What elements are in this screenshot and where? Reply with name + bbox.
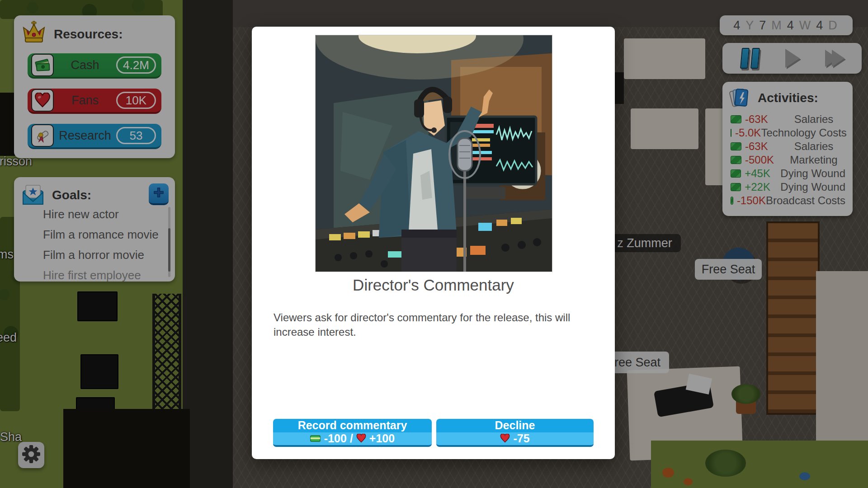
game-screen: rrisson ms eed Sha z Zummer Free Seat re… (0, 0, 868, 488)
dialog-description: Viewers ask for director's commentary fo… (274, 310, 590, 340)
heart-icon (500, 434, 510, 443)
heart-icon (356, 434, 366, 443)
record-button-costs: -100 / +100 (310, 432, 395, 445)
separator: / (350, 432, 353, 445)
decline-button-label: Decline (495, 419, 535, 432)
decline-button[interactable]: Decline -75 (436, 419, 594, 447)
record-button-label: Record commentary (298, 419, 407, 432)
record-fans-delta: +100 (369, 432, 395, 445)
record-commentary-button[interactable]: Record commentary -100 / +100 (273, 419, 432, 447)
event-dialog: Director's Commentary Viewers ask for di… (252, 27, 615, 459)
dialog-illustration (315, 35, 552, 272)
record-cash-delta: -100 (324, 432, 347, 445)
decline-button-costs: -75 (500, 432, 529, 445)
money-icon (310, 434, 321, 443)
decline-fans-delta: -75 (513, 432, 529, 445)
dialog-title: Director's Commentary (252, 276, 615, 294)
